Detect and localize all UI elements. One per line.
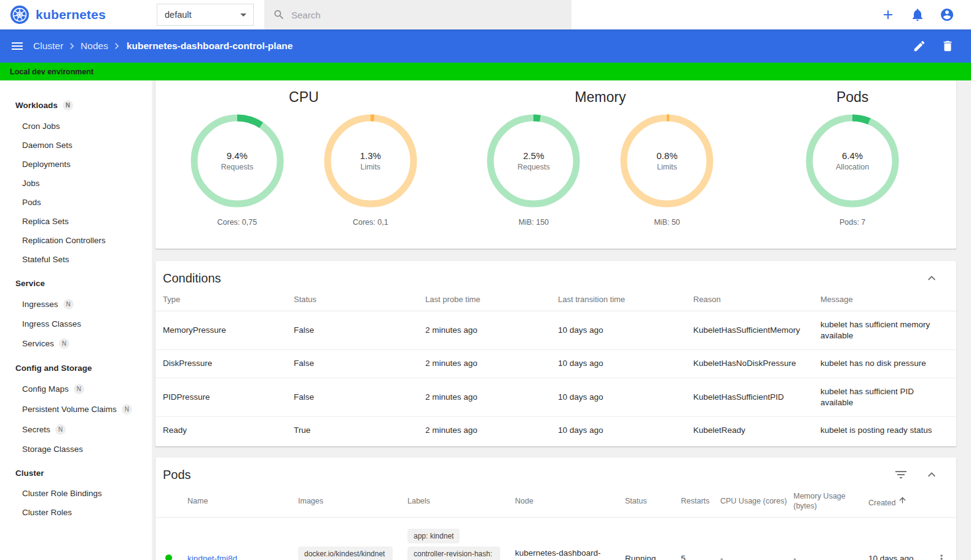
pod-row[interactable]: kindnet-fmj8d docker.io/kindest/kindnetd…	[155, 517, 956, 560]
sidebar-item-label: Persistent Volume Claims	[22, 405, 117, 414]
sidebar-item-ingress-classes[interactable]: Ingress Classes	[0, 314, 152, 333]
col-last-transition-time: Last transition time	[551, 289, 686, 311]
account-button[interactable]	[940, 7, 954, 22]
search-input[interactable]	[291, 10, 543, 20]
menu-button[interactable]	[10, 39, 25, 53]
pods-title: Pods	[163, 468, 191, 482]
pod-cpu-usage: -	[713, 517, 786, 560]
sidebar-item-secrets[interactable]: Secrets N	[0, 419, 152, 440]
sidebar-item-cron-jobs[interactable]: Cron Jobs	[0, 117, 152, 136]
gauge-caption: MiB: 150	[519, 218, 549, 227]
memory-requests-gauge: 2.5% Requests MiB: 150	[483, 112, 584, 227]
sidebar-item-workloads: Workloads N	[0, 94, 152, 117]
sidebar-item-persistent-volume-claims[interactable]: Persistent Volume Claims N	[0, 399, 152, 419]
cpu-section-title: CPU	[289, 89, 319, 106]
sidebar-item-storage-classes[interactable]: Storage Classes	[0, 440, 152, 459]
sidebar-section-cluster: Cluster	[0, 462, 152, 484]
new-badge: N	[55, 424, 66, 435]
sidebar-item-services[interactable]: Services N	[0, 333, 152, 354]
sidebar-item-jobs[interactable]: Jobs	[0, 174, 152, 193]
chevron-right-icon	[66, 40, 78, 52]
condition-row: Ready True 2 minutes ago 10 days ago Kub…	[155, 416, 956, 444]
sidebar-item-config-maps[interactable]: Config Maps N	[0, 379, 152, 399]
condition-message: kubelet has no disk pressure	[813, 350, 956, 378]
collapse-conditions-button[interactable]	[924, 271, 939, 286]
sort-arrow-up-icon	[898, 496, 907, 505]
breadcrumb-cluster[interactable]: Cluster	[33, 41, 63, 52]
new-badge: N	[63, 100, 73, 111]
pod-image-chip: docker.io/kindest/kindnetd:v20230511-dc7…	[298, 546, 393, 560]
conditions-table: Type Status Last probe time Last transit…	[155, 289, 956, 444]
sidebar-item-label: Services	[22, 339, 54, 348]
memory-allocation-section: Memory 2.5% Requests	[452, 87, 749, 249]
sidebar-item-label: Ingresses	[22, 300, 58, 309]
sidebar-section-config-and-storage: Config and Storage	[0, 357, 152, 379]
gauge-metric-label: Limits	[657, 163, 677, 171]
sidebar-section-label: Service	[15, 279, 45, 288]
condition-status: False	[286, 311, 418, 349]
search-icon	[273, 9, 285, 21]
sidebar-item-ingresses[interactable]: Ingresses N	[0, 294, 152, 314]
plus-icon	[881, 7, 895, 22]
col-created-label: Created	[868, 498, 895, 507]
condition-probe-time: 2 minutes ago	[418, 378, 551, 416]
condition-reason: KubeletReady	[686, 416, 813, 444]
notifications-button[interactable]	[910, 7, 925, 22]
kebab-menu-icon	[935, 553, 948, 560]
edit-button[interactable]	[913, 39, 926, 53]
pods-card: Pods	[155, 457, 956, 560]
gauge-metric-label: Requests	[517, 163, 550, 171]
delete-button[interactable]	[941, 39, 954, 53]
pod-actions-button[interactable]	[934, 553, 949, 560]
sidebar-item-cluster-roles[interactable]: Cluster Roles	[0, 503, 152, 522]
namespace-selector[interactable]: default	[157, 4, 254, 26]
breadcrumb-nodes[interactable]: Nodes	[81, 41, 108, 52]
new-badge: N	[122, 404, 132, 414]
collapse-pods-button[interactable]	[924, 467, 939, 482]
filter-button[interactable]	[894, 467, 908, 482]
sidebar-section-label: Workloads	[15, 101, 58, 110]
col-name[interactable]: Name	[180, 486, 291, 517]
chevron-up-icon	[924, 271, 939, 286]
sidebar-item-cluster-role-bindings[interactable]: Cluster Role Bindings	[0, 484, 152, 503]
gauge-value: 0.8%	[656, 150, 677, 161]
condition-status: False	[286, 378, 418, 416]
col-labels: Labels	[400, 486, 508, 517]
brand[interactable]: kubernetes	[10, 0, 106, 29]
sidebar-group-workloads: Workloads N Cron Jobs Daemon Sets Deploy…	[0, 94, 152, 269]
condition-row: DiskPressure False 2 minutes ago 10 days…	[155, 350, 956, 378]
gauge-caption: MiB: 50	[654, 218, 680, 227]
col-created[interactable]: Created	[861, 486, 926, 517]
sidebar-item-pods[interactable]: Pods	[0, 193, 152, 212]
gauge-metric-label: Requests	[221, 163, 253, 171]
chevron-down-icon	[236, 7, 251, 22]
sidebar-item-replica-sets[interactable]: Replica Sets	[0, 212, 152, 231]
pod-name-link[interactable]: kindnet-fmj8d	[187, 554, 237, 560]
col-memory-usage: Memory Usage (bytes)	[786, 486, 861, 517]
pod-created: 10 days ago	[861, 517, 926, 560]
pencil-icon	[913, 39, 926, 53]
filter-icon	[894, 467, 908, 482]
pod-node: kubernetes-dashboard-control-plane	[508, 517, 618, 560]
sidebar-item-label: Cron Jobs	[22, 122, 60, 131]
pod-status: Running	[618, 517, 674, 560]
col-status[interactable]: Status	[618, 486, 674, 517]
condition-probe-time: 2 minutes ago	[418, 350, 551, 378]
condition-status: False	[286, 350, 418, 378]
sidebar-item-label: Stateful Sets	[22, 255, 69, 264]
sidebar-item-deployments[interactable]: Deployments	[0, 155, 152, 174]
condition-message: kubelet has sufficient memory available	[813, 311, 956, 349]
cpu-allocation-section: CPU 9.4% Requests	[155, 87, 452, 249]
sidebar-item-stateful-sets[interactable]: Stateful Sets	[0, 250, 152, 269]
search-bar[interactable]	[264, 0, 572, 29]
create-button[interactable]	[881, 7, 895, 22]
sidebar-item-label: Deployments	[22, 160, 71, 169]
col-reason: Reason	[686, 289, 813, 311]
sidebar-item-daemon-sets[interactable]: Daemon Sets	[0, 136, 152, 155]
condition-message: kubelet is posting ready status	[813, 416, 956, 444]
main-content: CPU 9.4% Requests	[152, 80, 971, 560]
pods-section-title: Pods	[836, 89, 868, 106]
sidebar-item-replication-controllers[interactable]: Replication Controllers	[0, 231, 152, 250]
col-restarts[interactable]: Restarts	[674, 486, 713, 517]
sidebar-section-label: Config and Storage	[15, 364, 92, 373]
